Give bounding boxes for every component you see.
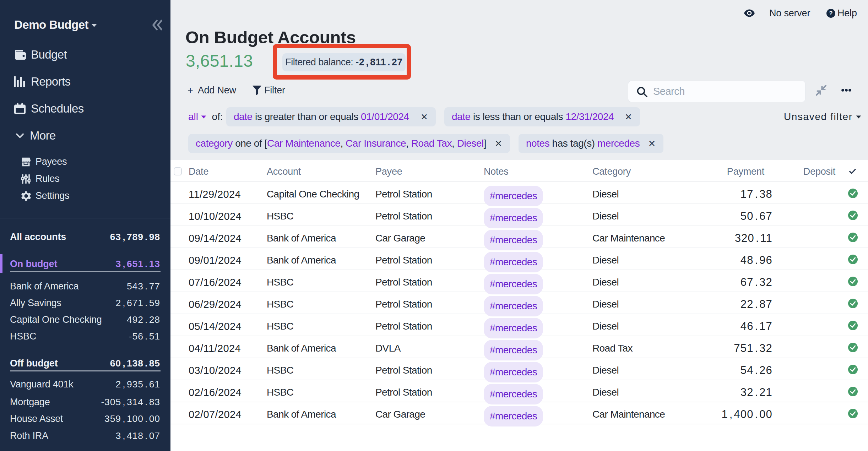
svg-text:?: ? — [829, 10, 832, 17]
